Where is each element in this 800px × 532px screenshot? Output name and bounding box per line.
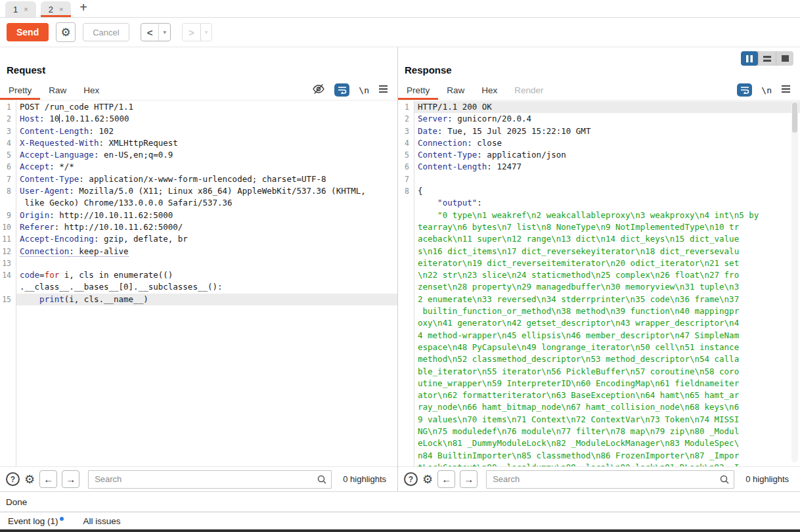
code-line[interactable]: builtin_function_or_method\n38 method\n3…	[398, 305, 800, 317]
show-nonprintable-icon[interactable]	[312, 83, 325, 97]
history-back-button[interactable]: < ▾	[141, 23, 171, 41]
code-line[interactable]: ray_node\n66 hamt_bitmap_node\n67 hamt_c…	[398, 401, 800, 413]
code-line[interactable]: 2Host: 10.10.11.62:5000	[0, 113, 397, 125]
code-line[interactable]: 1POST /run_code HTTP/1.1	[0, 101, 397, 113]
code-line[interactable]: 2 enumerate\n33 reversed\n34 stderrprint…	[398, 294, 800, 305]
event-log-button[interactable]: Event log (1)	[8, 516, 64, 526]
code-line[interactable]: "output":	[398, 197, 800, 209]
search-prev-button[interactable]: ←	[437, 470, 455, 488]
word-wrap-icon[interactable]	[334, 83, 349, 97]
request-editor[interactable]: 1POST /run_code HTTP/1.12Host: 10.10.11.…	[0, 101, 397, 466]
code-line[interactable]: method\n52 classmethod_descriptor\n53 me…	[398, 353, 800, 365]
back-arrow-icon[interactable]: <	[141, 27, 159, 38]
single-pane-layout-icon[interactable]	[776, 51, 793, 66]
search-settings-icon[interactable]: ⚙	[422, 472, 433, 487]
code-line[interactable]: 10Referer: http://10.10.11.62:5000/	[0, 221, 397, 233]
code-line[interactable]: 2Server: gunicorn/20.0.4	[398, 113, 800, 125]
code-line[interactable]: n84 BuiltinImporter\n85 classmethod\n86 …	[398, 450, 800, 462]
line-number: 3	[398, 125, 414, 137]
code-line[interactable]: 7Content-Type: application/x-www-form-ur…	[0, 173, 397, 185]
response-editor[interactable]: 1HTTP/1.1 200 OK2Server: gunicorn/20.0.4…	[398, 101, 800, 466]
code-line[interactable]: 11Accept-Encoding: gzip, deflate, br	[0, 233, 397, 245]
code-line[interactable]: 9 values\n70 items\n71 Context\n72 Conte…	[398, 414, 800, 426]
code-line[interactable]: 1HTTP/1.1 200 OK	[398, 101, 800, 113]
code-line[interactable]: 9Origin: http://10.10.11.62:5000	[0, 210, 397, 221]
cancel-button[interactable]: Cancel	[83, 23, 129, 41]
code-line[interactable]: 7	[398, 173, 800, 185]
line-number: 6	[0, 161, 16, 173]
newline-toggle-icon[interactable]: \n	[761, 85, 772, 95]
repeater-tab-2[interactable]: 2 ×	[41, 1, 72, 17]
code-line[interactable]: tLockContext\n88 _localdummy\n89 _local\…	[398, 462, 800, 466]
code-line[interactable]: ble_iterator\n55 iterator\n56 PickleBuff…	[398, 366, 800, 378]
response-tab-pretty[interactable]: Pretty	[398, 80, 438, 100]
request-tab-hex[interactable]: Hex	[75, 80, 108, 100]
code-line[interactable]: 5Accept-Language: en-US,en;q=0.9	[0, 149, 397, 161]
code-line[interactable]: NG\n75 moduledef\n76 module\n77 filter\n…	[398, 426, 800, 437]
code-line[interactable]: 3Date: Tue, 15 Jul 2025 15:22:10 GMT	[398, 125, 800, 137]
code-line[interactable]: .__class__.__bases__[0].__subclasses__()…	[0, 281, 397, 293]
code-line[interactable]: 4Connection: close	[398, 137, 800, 149]
code-line[interactable]: 15 print(i, cls.__name__)	[0, 294, 397, 305]
code-line[interactable]: s\n16 dict_items\n17 dict_reversekeyiter…	[398, 246, 800, 257]
code-line[interactable]: 6Accept: */*	[0, 161, 397, 173]
chevron-down-icon[interactable]: ▾	[201, 29, 212, 35]
code-line[interactable]: 6Content-Length: 12477	[398, 161, 800, 173]
code-line[interactable]: 8{	[398, 185, 800, 197]
response-scrollbar[interactable]	[791, 101, 798, 462]
close-icon[interactable]: ×	[59, 5, 63, 13]
close-icon[interactable]: ×	[24, 5, 28, 13]
code-line[interactable]: like Gecko) Chrome/133.0.0.0 Safari/537.…	[0, 197, 397, 209]
scrollbar-thumb[interactable]	[792, 102, 797, 133]
code-line[interactable]: 13	[0, 257, 397, 269]
code-line[interactable]: \n22 str\n23 slice\n24 staticmethod\n25 …	[398, 269, 800, 281]
repeater-tab-1[interactable]: 1 ×	[5, 1, 36, 17]
search-settings-icon[interactable]: ⚙	[24, 472, 35, 487]
code-line[interactable]: utine_wrapper\n59 InterpreterID\n60 Enco…	[398, 378, 800, 389]
search-next-button[interactable]: →	[460, 470, 478, 488]
send-settings-button[interactable]: ⚙	[56, 22, 76, 42]
code-line[interactable]: 14code=for i, cls in enumerate(()	[0, 269, 397, 281]
columns-layout-icon[interactable]	[741, 51, 758, 66]
line-number	[398, 366, 414, 378]
send-button[interactable]: Send	[7, 23, 49, 41]
code-line[interactable]: 4X-Requested-With: XMLHttpRequest	[0, 137, 397, 149]
code-line[interactable]: 12Connection: keep-alive	[0, 246, 397, 257]
code-line[interactable]: "0 type\n1 weakref\n2 weakcallableproxy\…	[398, 210, 800, 221]
request-tab-pretty[interactable]: Pretty	[0, 80, 40, 100]
history-forward-button[interactable]: > ▾	[182, 23, 212, 41]
code-line[interactable]: 5Content-Type: application/json	[398, 149, 800, 161]
code-line[interactable]: 8User-Agent: Mozilla/5.0 (X11; Linux x86…	[0, 185, 397, 197]
code-line[interactable]: zenset\n28 property\n29 managedbuffer\n3…	[398, 281, 800, 293]
request-tab-raw[interactable]: Raw	[40, 80, 75, 100]
search-next-button[interactable]: →	[62, 470, 79, 488]
search-prev-button[interactable]: ←	[39, 470, 57, 488]
code-line[interactable]: eLock\n81 _DummyModuleLock\n82 _ModuleLo…	[398, 437, 800, 449]
search-box	[486, 470, 734, 489]
response-search-input[interactable]	[486, 470, 734, 489]
help-icon[interactable]: ?	[404, 472, 418, 486]
code-line[interactable]: tearray\n6 bytes\n7 list\n8 NoneType\n9 …	[398, 221, 800, 233]
menu-icon[interactable]	[378, 85, 388, 95]
rows-layout-icon[interactable]	[759, 51, 776, 66]
response-tab-raw[interactable]: Raw	[438, 80, 473, 100]
newline-toggle-icon[interactable]: \n	[359, 85, 369, 95]
menu-icon[interactable]	[781, 85, 791, 95]
line-number	[398, 246, 414, 257]
code-line[interactable]: oxy\n41 generator\n42 getset_descriptor\…	[398, 317, 800, 329]
help-icon[interactable]: ?	[6, 472, 20, 486]
request-search-input[interactable]	[88, 470, 332, 489]
code-line[interactable]: 3Content-Length: 102	[0, 125, 397, 137]
code-line[interactable]: aceback\n11 super\n12 range\n13 dict\n14…	[398, 233, 800, 245]
response-tab-hex[interactable]: Hex	[473, 80, 506, 100]
chevron-down-icon[interactable]: ▾	[159, 29, 170, 35]
code-line[interactable]: eiterator\n19 dict_reverseitemiterator\n…	[398, 257, 800, 269]
add-tab-button[interactable]: +	[76, 0, 91, 15]
response-tab-render[interactable]: Render	[506, 80, 552, 100]
code-line[interactable]: 4 method-wrapper\n45 ellipsis\n46 member…	[398, 330, 800, 342]
forward-arrow-icon[interactable]: >	[183, 27, 200, 38]
word-wrap-icon[interactable]	[737, 83, 752, 97]
code-line[interactable]: espace\n48 PyCapsule\n49 longrange_itera…	[398, 342, 800, 353]
code-line[interactable]: ator\n62 formatteriterator\n63 BaseExcep…	[398, 389, 800, 401]
all-issues-button[interactable]: All issues	[83, 516, 121, 526]
